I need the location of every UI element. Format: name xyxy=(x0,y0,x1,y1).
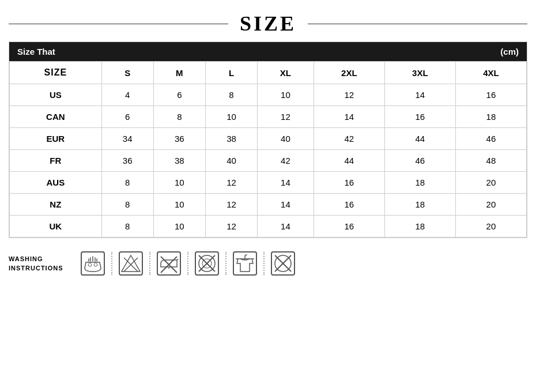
table-row: UK8101214161820 xyxy=(10,216,527,238)
hand-wash-icon-wrap xyxy=(78,248,108,278)
washing-label: WASHING INSTRUCTIONS xyxy=(9,254,72,273)
cell-can-s: 6 xyxy=(101,106,153,128)
no-dry-clean-icon xyxy=(268,248,298,278)
col-header-3xl: 3XL xyxy=(384,62,455,84)
cell-aus-3xl: 18 xyxy=(384,172,455,194)
cell-fr-s: 36 xyxy=(101,150,153,172)
svg-point-7 xyxy=(168,267,169,269)
col-header-size: SIZE xyxy=(10,62,102,84)
cell-uk-4xl: 20 xyxy=(455,216,526,238)
page-title: SIZE xyxy=(228,12,308,36)
no-tumble-dry-icon-wrap xyxy=(192,248,222,278)
table-row: NZ8101214161820 xyxy=(10,194,527,216)
title-line-right xyxy=(308,24,527,24)
no-bleach-icon-wrap xyxy=(116,248,146,278)
svg-line-5 xyxy=(177,259,178,260)
row-label-us: US xyxy=(10,84,102,106)
table-row: EUR34363840424446 xyxy=(10,128,527,150)
table-row: US46810121416 xyxy=(10,84,527,106)
table-header-left: Size That xyxy=(17,47,55,56)
divider-2 xyxy=(149,252,150,275)
table-row: FR36384042444648 xyxy=(10,150,527,172)
cell-aus-xl: 14 xyxy=(258,172,314,194)
cell-nz-4xl: 20 xyxy=(455,194,526,216)
cell-uk-3xl: 18 xyxy=(384,216,455,238)
cell-nz-l: 12 xyxy=(205,194,257,216)
cell-nz-m: 10 xyxy=(153,194,205,216)
row-label-nz: NZ xyxy=(10,194,102,216)
cell-us-m: 6 xyxy=(153,84,205,106)
cell-nz-xl: 14 xyxy=(258,194,314,216)
cell-eur-3xl: 44 xyxy=(384,128,455,150)
cell-fr-4xl: 48 xyxy=(455,150,526,172)
col-header-2xl: 2XL xyxy=(314,62,384,84)
divider-5 xyxy=(263,252,265,275)
cell-fr-2xl: 44 xyxy=(314,150,384,172)
cell-eur-2xl: 42 xyxy=(314,128,384,150)
row-label-uk: UK xyxy=(10,216,102,238)
col-header-l: L xyxy=(205,62,257,84)
cell-nz-2xl: 16 xyxy=(314,194,384,216)
table-header-row: SIZESMLXL2XL3XL4XL xyxy=(10,62,527,84)
no-dry-clean-icon-wrap xyxy=(268,248,298,278)
hang-dry-icon-wrap xyxy=(230,248,260,278)
divider-1 xyxy=(111,252,112,275)
no-iron-icon xyxy=(154,248,184,278)
col-header-4xl: 4XL xyxy=(455,62,526,84)
cell-eur-m: 36 xyxy=(153,128,205,150)
cell-can-xl: 12 xyxy=(258,106,314,128)
washing-section: WASHING INSTRUCTIONS xyxy=(9,248,527,278)
table-header-bar: Size That (cm) xyxy=(9,42,527,61)
cell-aus-s: 8 xyxy=(101,172,153,194)
cell-eur-s: 34 xyxy=(101,128,153,150)
cell-uk-l: 12 xyxy=(205,216,257,238)
cell-eur-xl: 40 xyxy=(258,128,314,150)
cell-aus-4xl: 20 xyxy=(455,172,526,194)
cell-uk-xl: 14 xyxy=(258,216,314,238)
cell-us-s: 4 xyxy=(101,84,153,106)
cell-eur-4xl: 46 xyxy=(455,128,526,150)
cell-eur-l: 38 xyxy=(205,128,257,150)
no-bleach-icon xyxy=(116,248,146,278)
cell-can-3xl: 16 xyxy=(384,106,455,128)
cell-uk-2xl: 16 xyxy=(314,216,384,238)
row-label-can: CAN xyxy=(10,106,102,128)
cell-fr-xl: 42 xyxy=(258,150,314,172)
hand-wash-icon xyxy=(78,248,108,278)
col-header-m: M xyxy=(153,62,205,84)
col-header-s: S xyxy=(101,62,153,84)
size-table: SIZESMLXL2XL3XL4XL US46810121416CAN68101… xyxy=(9,61,527,238)
cell-can-l: 10 xyxy=(205,106,257,128)
row-label-eur: EUR xyxy=(10,128,102,150)
cell-us-3xl: 14 xyxy=(384,84,455,106)
size-table-container: Size That (cm) SIZESMLXL2XL3XL4XL US4681… xyxy=(9,42,527,238)
cell-aus-l: 12 xyxy=(205,172,257,194)
table-header-right: (cm) xyxy=(500,47,519,56)
cell-nz-3xl: 18 xyxy=(384,194,455,216)
divider-4 xyxy=(225,252,227,275)
row-label-aus: AUS xyxy=(10,172,102,194)
cell-us-4xl: 16 xyxy=(455,84,526,106)
cell-aus-2xl: 16 xyxy=(314,172,384,194)
cell-fr-l: 40 xyxy=(205,150,257,172)
title-area: SIZE xyxy=(9,12,527,36)
table-row: CAN681012141618 xyxy=(10,106,527,128)
cell-uk-m: 10 xyxy=(153,216,205,238)
hang-dry-icon xyxy=(230,248,260,278)
cell-nz-s: 8 xyxy=(101,194,153,216)
table-row: AUS8101214161820 xyxy=(10,172,527,194)
cell-us-2xl: 12 xyxy=(314,84,384,106)
cell-uk-s: 8 xyxy=(101,216,153,238)
title-line-left xyxy=(9,24,228,24)
cell-can-4xl: 18 xyxy=(455,106,526,128)
row-label-fr: FR xyxy=(10,150,102,172)
cell-can-2xl: 14 xyxy=(314,106,384,128)
cell-us-xl: 10 xyxy=(258,84,314,106)
cell-aus-m: 10 xyxy=(153,172,205,194)
cell-can-m: 8 xyxy=(153,106,205,128)
no-tumble-dry-icon xyxy=(192,248,222,278)
col-header-xl: XL xyxy=(258,62,314,84)
washing-icons xyxy=(78,248,527,278)
cell-fr-3xl: 46 xyxy=(384,150,455,172)
no-iron-icon-wrap xyxy=(154,248,184,278)
